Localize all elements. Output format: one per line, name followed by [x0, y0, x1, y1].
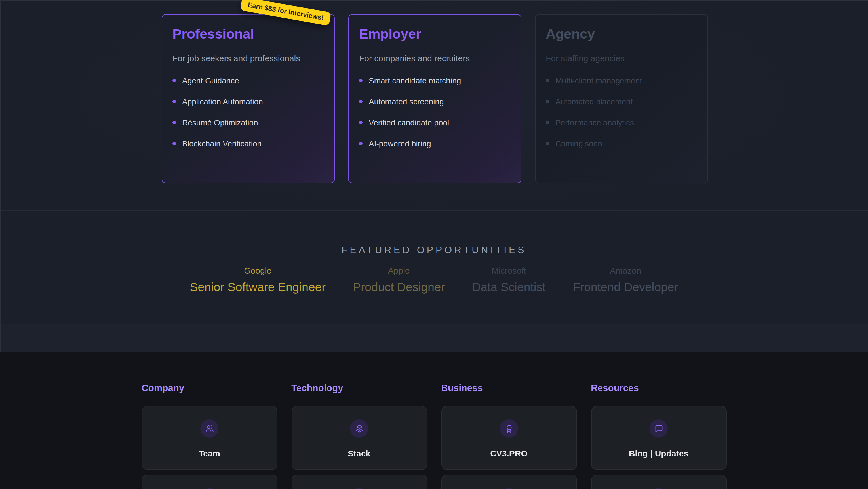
- plan-features: Multi-client management Automated placem…: [546, 76, 697, 148]
- job-company: Amazon: [573, 266, 678, 276]
- footer-column-resources: Resources Blog | Updates: [591, 382, 726, 489]
- bullet-dot-icon: [359, 79, 363, 82]
- feature-item: Blockchain Verification: [173, 139, 324, 148]
- footer-column-heading: Business: [441, 382, 577, 393]
- bullet-dot-icon: [546, 121, 549, 124]
- featured-job-microsoft: Microsoft Data Scientist: [472, 266, 546, 294]
- footer-tile-team[interactable]: Team: [142, 406, 277, 470]
- earn-interviews-badge: Earn $$$ for Interviews!: [240, 0, 331, 26]
- feature-label: Coming soon...: [555, 139, 609, 148]
- feature-item: Agent Guidance: [173, 76, 324, 85]
- bullet-dot-icon: [546, 100, 549, 103]
- feature-item: Performance analytics: [546, 118, 697, 127]
- feature-item: Verified candidate pool: [359, 118, 510, 127]
- feature-item: Coming soon...: [546, 139, 697, 148]
- feature-label: Performance analytics: [555, 118, 634, 127]
- job-title: Data Scientist: [472, 280, 546, 294]
- feature-label: Multi-client management: [555, 76, 642, 85]
- feature-label: Automated screening: [369, 97, 444, 106]
- plan-features: Agent Guidance Application Automation Ré…: [173, 76, 324, 148]
- layers-icon: [350, 420, 368, 438]
- spacer-band: [0, 324, 868, 352]
- message-icon: [650, 420, 668, 438]
- plan-title: Professional: [173, 26, 324, 42]
- bullet-dot-icon: [359, 142, 363, 145]
- job-company: Microsoft: [472, 266, 546, 276]
- footer-column-heading: Company: [142, 382, 277, 393]
- footer-tile-partial[interactable]: [441, 474, 577, 489]
- featured-jobs-row: Google Senior Software Engineer Apple Pr…: [0, 266, 868, 294]
- job-company: Google: [190, 266, 326, 276]
- left-edge-divider: [0, 0, 1, 352]
- plan-cards-row: Earn $$$ for Interviews! Professional Fo…: [162, 14, 708, 183]
- bullet-dot-icon: [173, 79, 176, 82]
- users-icon: [200, 420, 218, 438]
- plan-card-employer[interactable]: Employer For companies and recruiters Sm…: [348, 14, 521, 183]
- feature-item: Automated placement: [546, 97, 697, 106]
- footer-tile-partial[interactable]: [291, 474, 427, 489]
- featured-job-google: Google Senior Software Engineer: [190, 266, 326, 294]
- job-title: Product Designer: [353, 280, 445, 294]
- award-icon: [500, 420, 518, 438]
- footer-tile-blog[interactable]: Blog | Updates: [591, 406, 726, 470]
- tile-label: Stack: [348, 449, 370, 459]
- plan-tagline: For job seekers and professionals: [173, 53, 324, 64]
- plan-card-professional[interactable]: Earn $$$ for Interviews! Professional Fo…: [162, 14, 335, 183]
- plan-title: Agency: [546, 26, 697, 42]
- footer-column-technology: Technology Stack: [291, 382, 427, 489]
- footer-tile-partial[interactable]: [591, 474, 726, 489]
- footer-column-company: Company Team: [142, 382, 277, 489]
- plan-tagline: For staffing agencies: [546, 53, 697, 64]
- feature-item: AI-powered hiring: [359, 139, 510, 148]
- footer-tile-stack[interactable]: Stack: [291, 406, 427, 470]
- footer-tile-cv3pro[interactable]: CV3.PRO: [441, 406, 577, 470]
- footer-columns: Company Team Technology: [142, 382, 726, 489]
- job-title: Frontend Developer: [573, 280, 678, 294]
- feature-item: Application Automation: [173, 97, 324, 106]
- feature-label: Automated placement: [555, 97, 632, 106]
- bullet-dot-icon: [173, 100, 176, 103]
- bullet-dot-icon: [359, 121, 363, 124]
- footer-column-heading: Resources: [591, 382, 726, 393]
- feature-item: Smart candidate matching: [359, 76, 510, 85]
- bullet-dot-icon: [173, 121, 176, 124]
- feature-label: Résumé Optimization: [182, 118, 258, 127]
- tile-label: Team: [198, 449, 220, 459]
- bullet-dot-icon: [546, 142, 549, 145]
- footer-tile-partial[interactable]: [142, 474, 277, 489]
- featured-job-amazon: Amazon Frontend Developer: [573, 266, 678, 294]
- feature-label: AI-powered hiring: [369, 139, 431, 148]
- feature-item: Résumé Optimization: [173, 118, 324, 127]
- page: Earn $$$ for Interviews! Professional Fo…: [0, 0, 868, 489]
- plan-title: Employer: [359, 26, 510, 42]
- feature-label: Verified candidate pool: [369, 118, 449, 127]
- featured-job-apple: Apple Product Designer: [353, 266, 445, 294]
- feature-label: Blockchain Verification: [182, 139, 261, 148]
- feature-item: Automated screening: [359, 97, 510, 106]
- feature-label: Smart candidate matching: [369, 76, 461, 85]
- footer-column-heading: Technology: [291, 382, 427, 393]
- feature-item: Multi-client management: [546, 76, 697, 85]
- bullet-dot-icon: [546, 79, 549, 82]
- tile-label: Blog | Updates: [629, 449, 688, 459]
- plan-card-agency: Agency For staffing agencies Multi-clien…: [535, 14, 708, 183]
- feature-label: Agent Guidance: [182, 76, 239, 85]
- bullet-dot-icon: [359, 100, 363, 103]
- plan-tagline: For companies and recruiters: [359, 53, 510, 64]
- job-company: Apple: [353, 266, 445, 276]
- plans-section: Earn $$$ for Interviews! Professional Fo…: [0, 0, 868, 210]
- footer: Company Team Technology: [0, 352, 868, 489]
- job-title: Senior Software Engineer: [190, 280, 326, 294]
- featured-opportunities-section: FEATURED OPPORTUNITIES Google Senior Sof…: [0, 210, 868, 324]
- bullet-dot-icon: [173, 142, 176, 145]
- footer-column-business: Business CV3.PRO: [441, 382, 577, 489]
- featured-heading: FEATURED OPPORTUNITIES: [0, 210, 868, 256]
- feature-label: Application Automation: [182, 97, 263, 106]
- plan-features: Smart candidate matching Automated scree…: [359, 76, 510, 148]
- tile-label: CV3.PRO: [490, 449, 528, 459]
